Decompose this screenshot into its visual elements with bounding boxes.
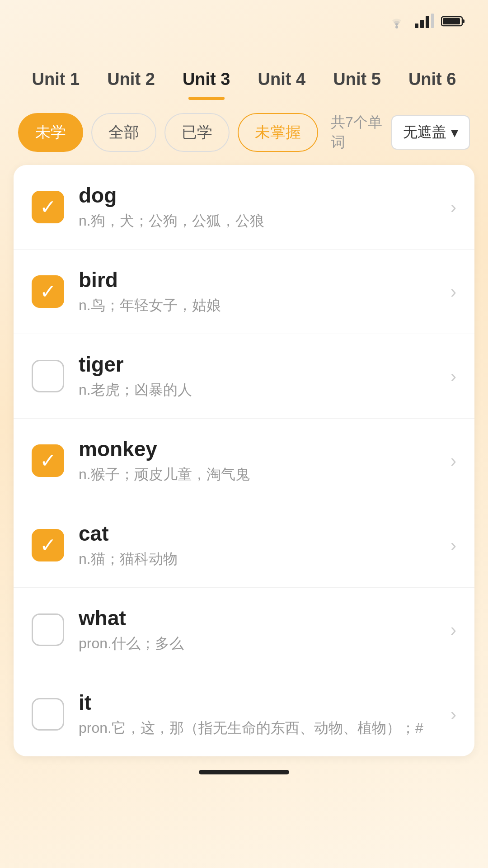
checkbox-word-bird[interactable]: ✓ xyxy=(32,275,64,308)
tab-unit5[interactable]: Unit 5 xyxy=(319,61,395,100)
word-chinese-word-what: pron.什么；多么 xyxy=(79,634,436,654)
svg-rect-1 xyxy=(415,24,418,28)
word-content-word-monkey: monkeyn.猴子；顽皮儿童，淘气鬼 xyxy=(79,437,436,485)
list-item-word-what[interactable]: whatpron.什么；多么› xyxy=(14,588,474,672)
word-english-word-monkey: monkey xyxy=(79,437,436,461)
status-icons xyxy=(387,14,465,29)
svg-rect-7 xyxy=(443,18,460,24)
tab-unit3[interactable]: Unit 3 xyxy=(169,61,244,100)
list-item-word-bird[interactable]: ✓birdn.鸟；年轻女子，姑娘› xyxy=(14,250,474,334)
chevron-right-icon: › xyxy=(450,197,456,217)
word-chinese-word-cat: n.猫；猫科动物 xyxy=(79,549,436,569)
tab-unit2[interactable]: Unit 2 xyxy=(94,61,169,100)
word-english-word-cat: cat xyxy=(79,521,436,546)
svg-rect-4 xyxy=(431,14,434,28)
word-content-word-what: whatpron.什么；多么 xyxy=(79,606,436,654)
svg-rect-6 xyxy=(462,19,465,23)
word-content-word-it: itpron.它，这，那（指无生命的东西、动物、植物）；# xyxy=(79,690,436,738)
check-icon: ✓ xyxy=(40,451,56,471)
checkbox-word-monkey[interactable]: ✓ xyxy=(32,444,64,477)
cover-select[interactable]: 无遮盖▾ xyxy=(391,115,470,150)
word-chinese-word-tiger: n.老虎；凶暴的人 xyxy=(79,380,436,400)
word-english-word-bird: bird xyxy=(79,268,436,292)
unit-tabs: Unit 1Unit 2Unit 3Unit 4Unit 5Unit 6 xyxy=(0,61,488,100)
tab-unit4[interactable]: Unit 4 xyxy=(244,61,319,100)
check-icon: ✓ xyxy=(40,197,56,217)
word-content-word-bird: birdn.鸟；年轻女子，姑娘 xyxy=(79,268,436,316)
word-english-word-tiger: tiger xyxy=(79,352,436,377)
word-count: 共7个单词 xyxy=(331,113,383,152)
word-chinese-word-dog: n.狗，犬；公狗，公狐，公狼 xyxy=(79,211,436,231)
word-english-word-it: it xyxy=(79,690,436,715)
list-item-word-it[interactable]: itpron.它，这，那（指无生命的东西、动物、植物）；#› xyxy=(14,672,474,756)
battery-icon xyxy=(441,15,465,28)
word-content-word-dog: dogn.狗，犬；公狗，公狐，公狼 xyxy=(79,183,436,231)
chevron-right-icon: › xyxy=(450,366,456,387)
filter-btn-unmastered[interactable]: 未掌握 xyxy=(238,113,318,152)
word-content-word-cat: catn.猫；猫科动物 xyxy=(79,521,436,569)
header xyxy=(0,38,488,61)
home-indicator xyxy=(0,756,488,783)
list-item-word-monkey[interactable]: ✓monkeyn.猴子；顽皮儿童，淘气鬼› xyxy=(14,419,474,503)
filter-bar: 未学全部已学未掌握共7个单词无遮盖▾ xyxy=(0,100,488,165)
chevron-right-icon: › xyxy=(450,282,456,302)
checkbox-word-it[interactable] xyxy=(32,698,64,731)
filter-btn-all[interactable]: 全部 xyxy=(91,113,156,152)
status-bar xyxy=(0,0,488,38)
word-english-word-what: what xyxy=(79,606,436,630)
checkbox-word-cat[interactable]: ✓ xyxy=(32,529,64,561)
svg-point-0 xyxy=(395,26,398,28)
filter-btn-unlearned[interactable]: 未学 xyxy=(18,113,83,152)
word-chinese-word-it: pron.它，这，那（指无生命的东西、动物、植物）；# xyxy=(79,718,436,738)
word-chinese-word-bird: n.鸟；年轻女子，姑娘 xyxy=(79,296,436,316)
chevron-right-icon: › xyxy=(450,620,456,640)
list-item-word-dog[interactable]: ✓dogn.狗，犬；公狗，公狐，公狼› xyxy=(14,165,474,250)
word-chinese-word-monkey: n.猴子；顽皮儿童，淘气鬼 xyxy=(79,465,436,485)
filter-buttons: 未学全部已学未掌握 xyxy=(18,113,318,152)
home-bar xyxy=(199,770,289,774)
checkbox-word-what[interactable] xyxy=(32,613,64,646)
check-icon: ✓ xyxy=(40,282,56,302)
checkbox-word-dog[interactable]: ✓ xyxy=(32,191,64,223)
cover-select-label: 无遮盖 xyxy=(403,123,446,142)
chevron-down-icon: ▾ xyxy=(451,124,458,141)
filter-btn-learned[interactable]: 已学 xyxy=(164,113,230,152)
checkbox-word-tiger[interactable] xyxy=(32,360,64,392)
wifi-icon xyxy=(387,14,407,29)
list-item-word-tiger[interactable]: tigern.老虎；凶暴的人› xyxy=(14,334,474,419)
chevron-right-icon: › xyxy=(450,535,456,556)
signal-icon xyxy=(414,14,434,29)
word-content-word-tiger: tigern.老虎；凶暴的人 xyxy=(79,352,436,400)
word-list: ✓dogn.狗，犬；公狗，公狐，公狼›✓birdn.鸟；年轻女子，姑娘›tige… xyxy=(14,165,474,756)
chevron-right-icon: › xyxy=(450,451,456,471)
tab-unit6[interactable]: Unit 6 xyxy=(394,61,470,100)
word-english-word-dog: dog xyxy=(79,183,436,208)
svg-rect-3 xyxy=(426,16,429,28)
list-item-word-cat[interactable]: ✓catn.猫；猫科动物› xyxy=(14,503,474,588)
chevron-right-icon: › xyxy=(450,704,456,725)
check-icon: ✓ xyxy=(40,535,56,555)
svg-rect-2 xyxy=(420,20,424,28)
tab-unit1[interactable]: Unit 1 xyxy=(18,61,94,100)
